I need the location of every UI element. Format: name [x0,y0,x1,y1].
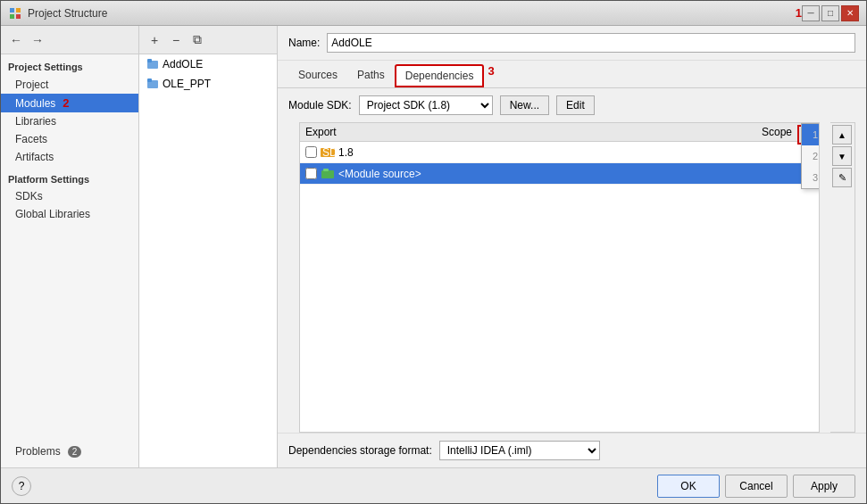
sidebar-item-project[interactable]: Project [1,76,138,94]
export-header: Export [305,126,337,138]
remove-module-button[interactable]: − [166,30,186,50]
annotation-1: 1 [796,6,802,20]
problems-label: Problems [15,445,61,458]
tabs-row: Sources Paths Dependencies 3 [278,61,866,88]
main-content: ← → Project Settings Project Modules 2 L… [1,26,866,467]
bottom-bar: ? OK Cancel Apply [1,467,866,503]
forward-button[interactable]: → [28,30,47,50]
back-button[interactable]: ← [6,30,26,50]
sidebar-item-sdks[interactable]: SDKs [1,187,138,205]
dep-export-checkbox[interactable] [305,168,317,179]
storage-label: Dependencies storage format: [288,444,432,457]
sdk-label: Module SDK: [288,99,352,112]
storage-row: Dependencies storage format: IntelliJ ID… [278,433,866,467]
dep-name: <Module source> [338,168,421,180]
sidebar-item-libraries[interactable]: Libraries [1,112,138,130]
sdk-row: Module SDK: Project SDK (1.8) New... Edi… [278,88,866,122]
dropdown-item-library[interactable]: 2 Library... [802,145,820,167]
dropdown-item-module-dep[interactable]: 3 Module Dependency... [802,167,820,188]
tab-sources[interactable]: Sources [288,64,347,87]
dep-section: Export Scope + 4 [288,122,855,433]
sidebar-item-artifacts[interactable]: Artifacts [1,148,138,166]
name-input[interactable] [327,33,855,53]
dropdown-num-2: 2 [813,151,818,161]
module-item-addole[interactable]: AddOLE [139,54,277,74]
svg-rect-1 [16,8,21,12]
tab-dependencies[interactable]: Dependencies [395,64,485,87]
annotation-2: 2 [63,96,69,110]
dep-edit-button[interactable]: ✎ [832,168,852,187]
annotation-3: 3 [488,64,494,87]
dropdown-num-1: 1 [813,129,818,140]
sidebar-item-modules[interactable]: Modules 2 [1,94,138,112]
module-label: AddOLE [163,58,203,70]
app-icon [8,6,22,21]
sidebar-item-label: Project [15,78,48,91]
details-panel: Name: Sources Paths Dependencies 3 [278,26,866,467]
dropdown-item-jars[interactable]: 1 JARs or directories... [802,124,820,145]
platform-settings-section: Platform Settings [1,171,138,187]
window-controls: ─ □ ✕ [802,5,859,21]
project-settings-section: Project Settings [1,54,138,76]
sidebar-item-label: Artifacts [15,151,54,163]
svg-rect-0 [10,8,14,12]
close-button[interactable]: ✕ [841,5,859,21]
module-item-ole-ppt[interactable]: OLE_PPT [139,74,277,94]
module-icon [146,78,159,90]
maximize-button[interactable]: □ [821,5,839,21]
sdk-select[interactable]: Project SDK (1.8) [359,95,493,115]
sidebar-item-label: SDKs [15,190,43,202]
left-toolbar: ← → [1,26,138,54]
svg-rect-3 [16,14,21,19]
minimize-button[interactable]: ─ [802,5,820,21]
svg-rect-2 [10,14,14,19]
left-panel: ← → Project Settings Project Modules 2 L… [1,26,139,467]
svg-rect-18 [323,169,329,171]
dep-table-header: Export Scope + 4 [300,123,819,142]
sdk-dep-icon: SDK [321,146,335,159]
title-bar-text: Project Structure [28,7,792,20]
dep-move-down-button[interactable]: ▼ [832,146,852,166]
cancel-button[interactable]: Cancel [725,475,788,498]
scope-header: Scope [762,126,792,138]
sidebar-item-label: Modules [15,97,55,110]
svg-text:SDK: SDK [322,146,335,159]
title-bar: Project Structure 1 ─ □ ✕ [1,1,866,26]
svg-rect-5 [147,59,152,62]
name-row: Name: [278,26,866,61]
sidebar-item-label: Facets [15,133,47,145]
ok-button[interactable]: OK [657,475,720,498]
tab-paths[interactable]: Paths [347,64,395,87]
dep-row-module-source[interactable]: <Module source> [300,163,819,185]
storage-format-select[interactable]: IntelliJ IDEA (.iml) [439,441,600,460]
help-button[interactable]: ? [12,476,31,496]
module-list-panel: + − ⧉ AddOLE OLE_PPT [139,26,278,467]
dep-row-jdk[interactable]: SDK 1.8 5 1 [300,142,819,163]
dep-name: 1.8 [338,146,354,159]
apply-button[interactable]: Apply [793,475,855,498]
svg-rect-7 [147,78,152,82]
name-label: Name: [288,37,320,49]
sidebar-item-facets[interactable]: Facets [1,130,138,148]
sidebar-item-global-libraries[interactable]: Global Libraries [1,205,138,223]
inner-layout: + − ⧉ AddOLE OLE_PPT [139,26,866,467]
project-structure-window: Project Structure 1 ─ □ ✕ ← → Project Se… [0,0,867,504]
svg-rect-17 [321,170,334,178]
sidebar-item-label: Libraries [15,115,56,128]
add-dropdown-menu: 1 JARs or directories... 2 [801,123,820,189]
sidebar-item-label: Global Libraries [15,208,90,220]
sidebar-item-problems[interactable]: Problems 2 [1,442,138,460]
dropdown-num-3: 3 [813,172,818,183]
module-toolbar: + − ⧉ [139,26,277,54]
source-dep-icon [321,168,335,180]
add-module-button[interactable]: + [145,30,164,50]
dep-side-toolbar: ▲ ▼ ✎ [830,122,855,433]
sdk-new-button[interactable]: New... [500,95,549,115]
dep-table: Export Scope + 4 [299,122,820,433]
problems-badge: 2 [68,446,82,458]
dep-export-checkbox[interactable] [305,146,317,158]
sdk-edit-button[interactable]: Edit [556,95,595,115]
dep-move-up-button[interactable]: ▲ [832,125,852,145]
module-label: OLE_PPT [163,78,211,90]
copy-module-button[interactable]: ⧉ [188,30,207,50]
